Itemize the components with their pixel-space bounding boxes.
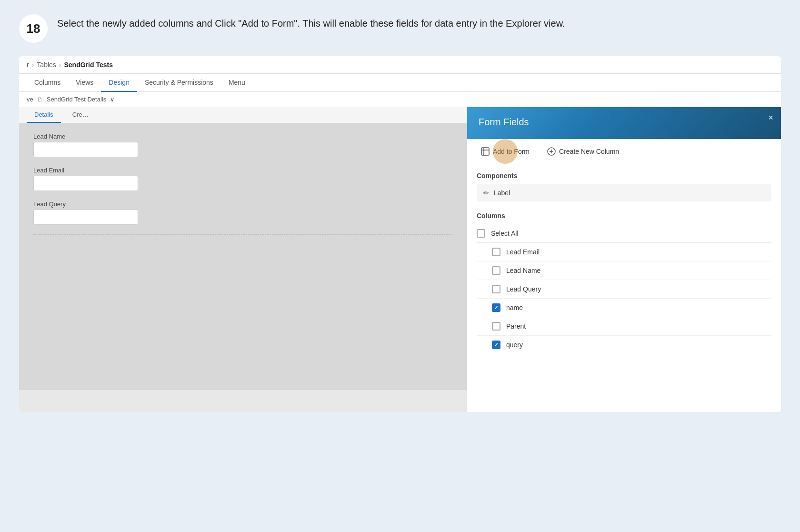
column-item-lead-query: Lead Query	[477, 280, 771, 299]
tab-columns[interactable]: Columns	[27, 74, 68, 92]
plus-circle-icon	[547, 147, 556, 156]
detail-tab-create[interactable]: Cre…	[65, 107, 96, 123]
tab-bar: Columns Views Design Security & Permissi…	[19, 74, 781, 92]
svg-rect-0	[481, 148, 489, 155]
view-name[interactable]: SendGrid Test Details	[47, 96, 107, 103]
form-divider	[33, 234, 452, 235]
select-all-label: Select All	[491, 230, 519, 237]
select-all-row: Select All	[477, 224, 771, 243]
components-section: Components ✏ Label	[467, 164, 781, 208]
form-area: Lead Name Lead Email Lead Query	[19, 123, 467, 390]
panel-title: Form Fields	[479, 117, 770, 128]
view-bar: ve 🗋 SendGrid Test Details ∨	[19, 92, 781, 107]
column-name-name: name	[506, 304, 523, 311]
form-row-lead-query: Lead Query	[33, 201, 452, 225]
breadcrumb-part-2[interactable]: Tables	[37, 61, 56, 69]
form-input-lead-email[interactable]	[33, 176, 138, 191]
instruction-text: Select the newly added columns and Click…	[57, 14, 565, 30]
breadcrumb-part-3: SendGrid Tests	[64, 61, 112, 69]
view-bar-prefix: ve	[27, 96, 33, 103]
column-item-parent: Parent	[477, 317, 771, 336]
form-label-lead-name: Lead Name	[33, 133, 452, 140]
form-row-lead-email: Lead Email	[33, 167, 452, 191]
breadcrumb-sep-1: ›	[32, 61, 34, 69]
close-button[interactable]: ×	[768, 113, 773, 123]
tab-security[interactable]: Security & Permissions	[137, 74, 221, 92]
document-icon: 🗋	[37, 96, 43, 103]
checkbox-name[interactable]	[492, 303, 500, 312]
checkbox-query[interactable]	[492, 341, 500, 349]
panel-header: Form Fields ×	[467, 107, 781, 139]
tab-views[interactable]: Views	[68, 74, 101, 92]
tab-menu[interactable]: Menu	[221, 74, 253, 92]
label-icon: ✏	[483, 189, 489, 197]
column-name-parent: Parent	[506, 322, 526, 330]
right-panel: Form Fields × Add to Form	[467, 107, 781, 412]
checkbox-lead-email[interactable]	[492, 248, 500, 256]
select-all-checkbox[interactable]	[477, 229, 485, 238]
column-item-query: query	[477, 336, 771, 354]
component-label-row: ✏ Label	[477, 184, 771, 201]
checkbox-lead-query[interactable]	[492, 285, 500, 293]
form-label-lead-query: Lead Query	[33, 201, 452, 208]
checkbox-lead-name[interactable]	[492, 266, 500, 275]
table-icon	[480, 147, 490, 156]
detail-tabs: Details Cre…	[19, 107, 467, 123]
column-item-lead-email: Lead Email	[477, 243, 771, 261]
step-number: 18	[19, 14, 48, 43]
columns-section: Columns Select All Lead Email Lead Name	[467, 208, 781, 412]
breadcrumb-sep-2: ›	[59, 61, 61, 69]
form-label-lead-email: Lead Email	[33, 167, 452, 174]
column-item-lead-name: Lead Name	[477, 261, 771, 280]
tab-design[interactable]: Design	[101, 74, 137, 92]
chevron-down-icon: ∨	[110, 96, 115, 103]
main-content: Details Cre… Lead Name Lead Email Lead Q…	[19, 107, 467, 412]
create-new-column-label: Create New Column	[559, 148, 619, 155]
add-to-form-label: Add to Form	[493, 148, 530, 155]
components-title: Components	[477, 172, 771, 180]
column-name-lead-name: Lead Name	[506, 267, 540, 274]
column-name-lead-email: Lead Email	[506, 248, 540, 256]
instruction-area: 18 Select the newly added columns and Cl…	[19, 14, 781, 43]
form-input-lead-name[interactable]	[33, 142, 138, 157]
columns-title: Columns	[477, 212, 771, 220]
breadcrumb-part-1: r	[27, 61, 29, 69]
detail-tab-details[interactable]: Details	[27, 107, 61, 123]
column-name-lead-query: Lead Query	[506, 285, 541, 293]
create-new-column-button[interactable]: Create New Column	[543, 145, 623, 158]
app-container: r › Tables › SendGrid Tests Columns View…	[19, 56, 781, 412]
checkbox-parent[interactable]	[492, 322, 500, 331]
breadcrumb: r › Tables › SendGrid Tests	[19, 56, 781, 74]
component-label-text: Label	[494, 189, 510, 197]
content-split: Details Cre… Lead Name Lead Email Lead Q…	[19, 107, 781, 412]
form-row-lead-name: Lead Name	[33, 133, 452, 157]
column-item-name: name	[477, 299, 771, 317]
panel-toolbar: Add to Form Create New Column	[467, 139, 781, 164]
form-input-lead-query[interactable]	[33, 210, 138, 225]
add-to-form-button[interactable]: Add to Form	[477, 145, 533, 158]
column-name-query: query	[506, 341, 523, 349]
